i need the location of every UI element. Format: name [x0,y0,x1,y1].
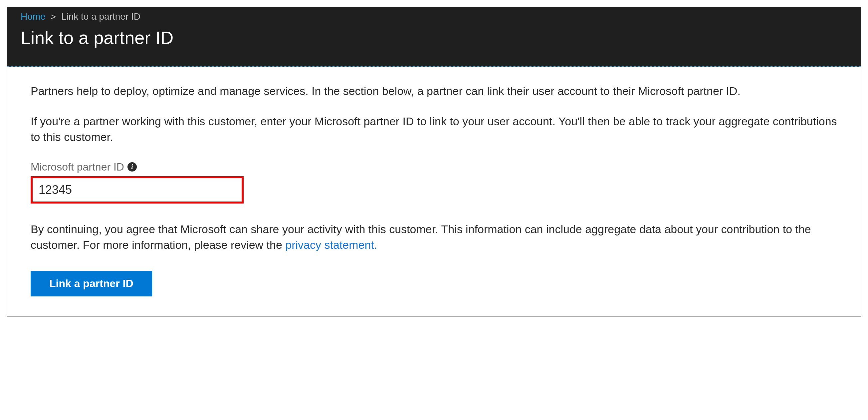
field-label-row: Microsoft partner ID i [31,159,837,174]
breadcrumb-home-link[interactable]: Home [21,11,45,22]
partner-id-label: Microsoft partner ID [31,159,124,174]
instruction-paragraph: If you're a partner working with this cu… [31,114,837,145]
breadcrumb-current: Link to a partner ID [61,11,141,22]
page-content: Partners help to deploy, optimize and ma… [7,67,861,317]
intro-paragraph: Partners help to deploy, optimize and ma… [31,83,837,99]
info-icon[interactable]: i [127,162,137,172]
disclaimer-paragraph: By continuing, you agree that Microsoft … [31,221,837,253]
app-window: Home > Link to a partner ID Link to a pa… [7,7,861,317]
chevron-right-icon: > [51,12,56,22]
link-partner-id-button[interactable]: Link a partner ID [31,271,152,296]
page-title: Link to a partner ID [7,25,861,66]
privacy-statement-link[interactable]: privacy statement. [285,238,377,251]
disclaimer-text: By continuing, you agree that Microsoft … [31,223,811,251]
partner-id-input[interactable] [31,176,244,204]
partner-id-field-block: Microsoft partner ID i [31,159,837,204]
breadcrumb: Home > Link to a partner ID [7,7,861,25]
page-header: Home > Link to a partner ID Link to a pa… [7,7,861,67]
